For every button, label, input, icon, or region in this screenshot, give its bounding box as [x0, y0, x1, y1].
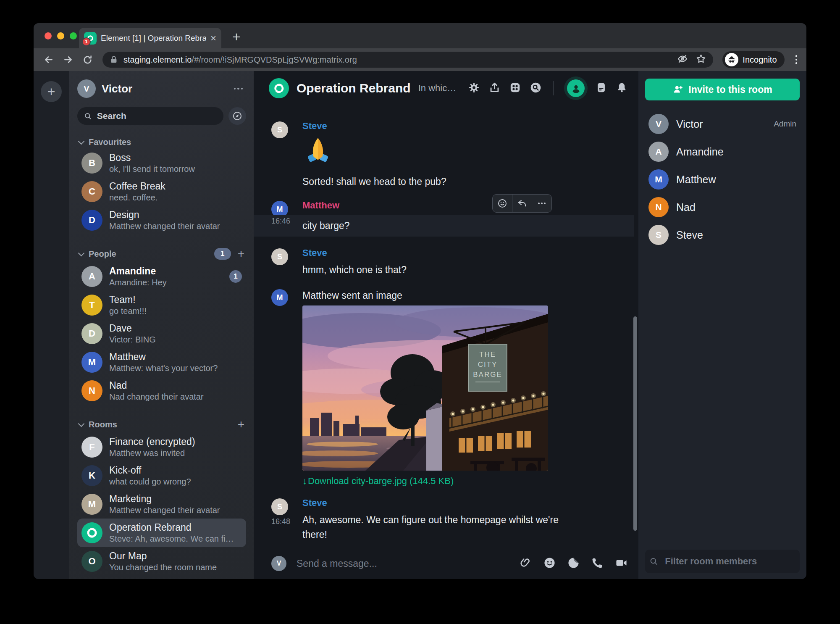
forward-button[interactable]: [60, 51, 76, 68]
ellipsis-icon: [537, 198, 547, 208]
room-avatar: K: [81, 465, 102, 486]
room-list-item[interactable]: T Team! go team!!!: [77, 291, 246, 319]
read-receipt-avatar[interactable]: [591, 499, 602, 510]
room-name: Kick-off: [109, 465, 191, 476]
read-receipt-avatar[interactable]: [578, 499, 589, 510]
user-menu[interactable]: V Victor: [77, 79, 246, 98]
sticker-icon[interactable]: [567, 557, 580, 571]
download-link[interactable]: ↓ Download city-barge.jpg (144.5 KB): [302, 476, 615, 487]
sender-avatar[interactable]: S: [271, 248, 288, 265]
sender-avatar[interactable]: S: [271, 498, 288, 515]
react-button[interactable]: [493, 195, 512, 212]
room-settings-gear-icon[interactable]: [468, 82, 480, 95]
room-title[interactable]: Operation Rebrand: [297, 81, 411, 95]
video-call-icon[interactable]: [615, 557, 627, 571]
read-receipt-avatar[interactable]: [604, 499, 615, 510]
add-people-button[interactable]: +: [238, 247, 244, 261]
read-receipts: [565, 499, 615, 510]
chevron-down-icon: [78, 138, 85, 145]
section-label: People: [89, 249, 116, 259]
back-button[interactable]: [40, 51, 57, 68]
read-receipt-avatar[interactable]: [565, 499, 576, 510]
member-list-panel: Invite to this room V Victor Admin A Ama…: [638, 71, 806, 579]
room-list-item[interactable]: N Nad Nad changed their avatar: [77, 377, 246, 405]
room-name: Boss: [109, 152, 195, 163]
maximize-window-button[interactable]: [70, 32, 77, 39]
member-row[interactable]: A Amandine: [645, 141, 800, 163]
sender-name[interactable]: Matthew: [302, 200, 615, 211]
room-list-item[interactable]: Operation Rebrand Steve: Ah, awesome. We…: [77, 519, 246, 547]
widgets-grid-icon[interactable]: [509, 82, 521, 95]
sender-name[interactable]: Steve: [302, 121, 615, 132]
member-row[interactable]: V Victor Admin: [645, 113, 800, 135]
search-input[interactable]: [96, 111, 217, 121]
room-list-item[interactable]: B Boss ok, I'll send it tomorrow: [77, 149, 246, 177]
room-search[interactable]: [77, 107, 223, 125]
close-window-button[interactable]: [45, 32, 52, 39]
attachment-paperclip-icon[interactable]: [520, 557, 532, 571]
message-text: city barge?: [302, 219, 615, 233]
invite-button[interactable]: Invite to this room: [645, 79, 800, 100]
url-host: staging.element.io: [123, 55, 192, 65]
export-share-icon[interactable]: [489, 82, 500, 95]
room-list-item[interactable]: M Marketing Matthew changed their avatar: [77, 490, 246, 519]
timestamp: 16:46: [271, 217, 290, 226]
sender-name[interactable]: Steve: [302, 247, 615, 258]
bookmark-star-icon[interactable]: [696, 53, 706, 66]
user-menu-dots-icon[interactable]: [231, 84, 247, 93]
room-list-item[interactable]: D Design Matthew changed their avatar: [77, 206, 246, 234]
voice-call-icon[interactable]: [591, 557, 604, 571]
add-room-button[interactable]: +: [238, 418, 244, 431]
room-list-item[interactable]: F Finance (encrypted) Matthew was invite…: [77, 433, 246, 461]
timeline-scrollbar[interactable]: [633, 316, 637, 531]
eye-off-icon[interactable]: [677, 53, 688, 66]
favourites-header[interactable]: Favourites: [77, 136, 246, 149]
room-list-item[interactable]: K Kick-off what could go wrong?: [77, 461, 246, 490]
room-name: Marketing: [109, 493, 220, 505]
member-row[interactable]: S Steve: [645, 224, 800, 246]
reload-button[interactable]: [79, 51, 96, 68]
member-row[interactable]: M Matthew: [645, 169, 800, 190]
member-row[interactable]: N Nad: [645, 196, 800, 218]
room-list-item[interactable]: A Amandine Amandine: Hey 1: [77, 262, 246, 291]
address-bar[interactable]: staging.element.io/#/room/!iSjMRGQVDSpLj…: [102, 52, 713, 68]
room-list-item[interactable]: D Dave Victor: BING: [77, 319, 246, 348]
room-topic[interactable]: In which we rebrand Riot to Element: [418, 83, 461, 94]
people-header[interactable]: People 1 +: [77, 245, 246, 262]
rooms-list: F Finance (encrypted) Matthew was invite…: [77, 433, 246, 576]
browser-menu-icon[interactable]: [793, 53, 800, 67]
create-space-button[interactable]: +: [41, 81, 62, 102]
room-avatar[interactable]: [269, 78, 289, 98]
member-name: Steve: [676, 229, 703, 241]
city-barge-image[interactable]: THE CITY BARGE: [302, 305, 548, 471]
reply-button[interactable]: [512, 195, 532, 212]
new-tab-button[interactable]: +: [232, 29, 241, 48]
room-list-item[interactable]: O Our Map You changed the room name: [77, 547, 246, 576]
room-preview: Amandine: Hey: [109, 278, 167, 287]
message-timeline[interactable]: S Steve Sorted! shall we head to the pub…: [254, 105, 638, 548]
room-avatar: D: [81, 210, 102, 231]
notifications-bell-icon[interactable]: [616, 82, 627, 95]
explore-rooms-button[interactable]: [228, 107, 246, 125]
show-more-button[interactable]: Show 2 more: [77, 576, 246, 579]
threads-icon[interactable]: [596, 82, 607, 95]
lock-icon: [112, 56, 115, 59]
emoji-icon[interactable]: [543, 557, 556, 571]
tab-close-icon[interactable]: ×: [210, 33, 216, 43]
filter-members[interactable]: [645, 550, 800, 573]
browser-tab[interactable]: 1 Element [1] | Operation Rebran ×: [79, 28, 221, 48]
sender-avatar[interactable]: M: [271, 289, 288, 306]
search-icon[interactable]: [530, 82, 541, 95]
room-avatar: A: [81, 266, 102, 287]
sign-line2: CITY: [478, 361, 498, 369]
sender-avatar[interactable]: S: [271, 121, 288, 138]
options-button[interactable]: [532, 195, 551, 212]
rooms-header[interactable]: Rooms +: [77, 416, 246, 433]
member-list-button[interactable]: [567, 79, 585, 97]
member-name: Nad: [676, 201, 696, 213]
minimize-window-button[interactable]: [57, 32, 64, 39]
room-list-item[interactable]: M Matthew Matthew: what's your vector?: [77, 348, 246, 377]
message-input[interactable]: [296, 558, 510, 570]
filter-members-input[interactable]: [664, 556, 795, 567]
room-list-item[interactable]: C Coffee Break need. coffee.: [77, 177, 246, 206]
